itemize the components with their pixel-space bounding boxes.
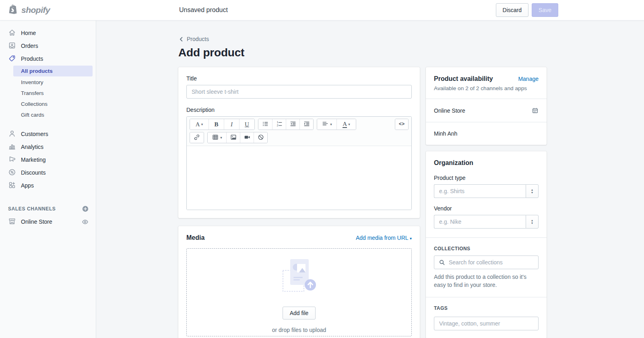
editor-insert-video-button[interactable] (240, 132, 254, 143)
channel-row-online-store: Online Store (426, 99, 547, 122)
text-style-icon: A (196, 121, 200, 128)
underline-icon: U (245, 121, 249, 128)
vendor-label: Vendor (434, 205, 539, 212)
description-textarea[interactable] (187, 146, 411, 210)
sidebar-item-gift-cards[interactable]: Gift cards (0, 109, 96, 120)
media-dropzone[interactable]: Add file or drop files to upload (186, 248, 412, 336)
vendor-input[interactable] (434, 215, 526, 229)
editor-table-button[interactable]: ▾ (208, 132, 226, 143)
discounts-icon (8, 168, 16, 177)
collections-search-input[interactable] (434, 256, 539, 269)
page-status-title: Unsaved product (179, 6, 228, 14)
caret-down-icon: ▾ (531, 222, 533, 225)
add-file-button[interactable]: Add file (283, 307, 316, 319)
description-label: Description (186, 107, 412, 113)
editor-text-style-button[interactable]: A ▾ (190, 119, 208, 130)
title-input[interactable] (186, 85, 412, 99)
sidebar-item-customers[interactable]: Customers (0, 128, 96, 140)
editor-alignment-button[interactable]: ▾ (317, 119, 336, 130)
caret-down-icon: ▾ (531, 191, 533, 194)
editor-outdent-button[interactable] (286, 119, 299, 130)
organization-title: Organization (434, 159, 539, 167)
sidebar-item-online-store[interactable]: Online Store (0, 215, 96, 228)
calendar-icon[interactable] (532, 107, 539, 114)
sidebar-item-analytics[interactable]: Analytics (0, 140, 96, 153)
sidebar-item-transfers[interactable]: Transfers (0, 88, 96, 99)
editor-underline-button[interactable]: U (239, 119, 254, 130)
add-media-from-url-link[interactable]: Add media from URL ▾ (356, 235, 412, 241)
sidebar-item-discounts[interactable]: Discounts (0, 166, 96, 179)
sidebar-item-label: Customers (21, 131, 48, 137)
topbar: shopify Unsaved product Discard Save (0, 0, 644, 20)
editor-bold-button[interactable]: B (208, 119, 224, 130)
indent-icon (303, 120, 310, 129)
sidebar-item-marketing[interactable]: Marketing (0, 153, 96, 166)
sidebar-item-collections[interactable]: Collections (0, 99, 96, 109)
tags-input[interactable] (434, 317, 539, 330)
tags-label: TAGS (434, 305, 539, 311)
caret-down-icon: ▾ (348, 123, 350, 126)
online-store-icon (8, 217, 16, 227)
sales-channels-label: SALES CHANNELS (8, 206, 56, 212)
product-type-label: Product type (434, 175, 539, 181)
home-icon (8, 29, 16, 38)
editor-text-color-button[interactable]: A ▾ (336, 119, 356, 130)
shopify-wordmark: shopify (21, 5, 50, 15)
bold-icon: B (214, 121, 218, 128)
editor-bulleted-list-button[interactable] (258, 119, 272, 130)
sidebar: Home Orders Products All products Invent… (0, 20, 96, 338)
sidebar-item-inventory[interactable]: Inventory (0, 77, 96, 88)
sidebar-item-orders[interactable]: Orders (0, 39, 96, 52)
view-store-eye-icon[interactable] (82, 218, 89, 225)
editor-insert-image-button[interactable] (226, 132, 240, 143)
editor-link-button[interactable] (190, 132, 204, 143)
product-type-input[interactable] (434, 184, 526, 198)
products-tag-icon (8, 54, 16, 64)
sidebar-item-apps[interactable]: Apps (0, 179, 96, 192)
numbered-list-icon: 12 (276, 120, 283, 129)
table-icon (212, 134, 219, 142)
description-editor: A ▾ B I U (186, 116, 412, 210)
upload-illustration (278, 258, 320, 297)
editor-numbered-list-button[interactable]: 12 (272, 119, 286, 130)
caret-down-icon: ▾ (410, 236, 412, 241)
shopify-bag-icon (8, 4, 19, 16)
tags-section: TAGS (426, 297, 547, 338)
add-sales-channel-button[interactable] (82, 206, 89, 212)
svg-text:2: 2 (277, 124, 278, 126)
product-availability-card: Product availability Manage Available on… (426, 67, 547, 145)
products-subnav: All products Inventory Transfers Collect… (0, 66, 96, 122)
save-button[interactable]: Save (532, 3, 558, 17)
page-title: Add product (178, 46, 644, 59)
media-title: Media (186, 234, 204, 241)
sidebar-item-home[interactable]: Home (0, 27, 96, 39)
main-content: Products Add product Title Description A (96, 20, 644, 338)
vendor-stepper[interactable]: ▴ ▾ (526, 215, 539, 229)
media-card: Media Add media from URL ▾ (178, 226, 420, 338)
collections-section: COLLECTIONS Add this product to a collec… (426, 237, 547, 297)
sidebar-item-products[interactable]: Products (0, 52, 96, 65)
manage-availability-link[interactable]: Manage (518, 76, 539, 82)
marketing-megaphone-icon (8, 155, 16, 165)
link-icon (193, 134, 200, 142)
product-type-stepper[interactable]: ▴ ▾ (526, 184, 539, 198)
title-label: Title (186, 75, 412, 82)
editor-italic-button[interactable]: I (224, 119, 239, 130)
editor-clear-formatting-button[interactable] (254, 132, 267, 143)
drop-files-hint: or drop files to upload (272, 327, 326, 333)
analytics-icon (8, 142, 16, 152)
editor-code-view-button[interactable]: <> (395, 119, 408, 130)
sidebar-item-label: Home (21, 30, 36, 36)
discard-button[interactable]: Discard (496, 3, 528, 17)
sidebar-item-all-products[interactable]: All products (13, 66, 93, 76)
apps-icon (8, 181, 16, 190)
sidebar-item-label: Apps (21, 182, 34, 189)
sidebar-item-label: Marketing (21, 157, 45, 163)
shopify-logo[interactable]: shopify (0, 4, 96, 16)
editor-indent-button[interactable] (299, 119, 313, 130)
video-icon (244, 134, 251, 142)
channel-name: Minh Anh (434, 130, 457, 137)
breadcrumb[interactable]: Products (178, 36, 209, 42)
editor-toolbar: A ▾ B I U (187, 117, 411, 146)
sidebar-item-label: Discounts (21, 169, 45, 176)
